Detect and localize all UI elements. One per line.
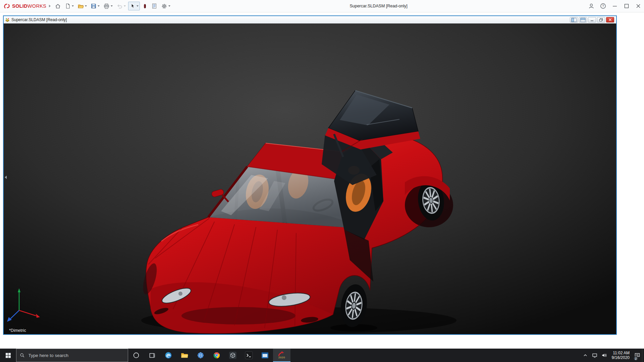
print-icon: [103, 3, 110, 9]
settings-button[interactable]: [160, 2, 172, 10]
minimize-button[interactable]: [609, 0, 621, 12]
report-button[interactable]: [150, 2, 159, 10]
window-title: Supercar.SLDASM [Read-only]: [172, 4, 585, 8]
document-window-controls: [570, 17, 615, 22]
save-button[interactable]: [89, 2, 101, 10]
solidworks-year-badge: 2020: [278, 356, 285, 359]
cursor-arrow-icon: [129, 3, 136, 9]
close-icon: [635, 3, 642, 9]
undo-icon: [116, 3, 123, 9]
start-button[interactable]: [0, 349, 16, 362]
edge-browser-icon: [164, 351, 172, 359]
new-document-button[interactable]: [63, 2, 75, 10]
cube-3d-icon: [229, 351, 237, 359]
show-desktop-button[interactable]: [642, 349, 644, 362]
windows-logo-icon: [5, 352, 11, 359]
minimize-icon: [611, 3, 618, 9]
document-window: Supercar.SLDASM [Read-only]: [3, 15, 617, 335]
taskbar-clock[interactable]: 11:02 AM 9/16/2020: [609, 349, 633, 362]
solidworks-logo[interactable]: SOLIDWORKS: [3, 3, 46, 9]
chevron-up-icon: [583, 353, 588, 358]
solidworks-logo-mark: [3, 3, 11, 9]
workspace: Supercar.SLDASM [Read-only]: [0, 12, 644, 349]
network-icon: [592, 353, 597, 358]
action-center-button[interactable]: 2: [633, 349, 642, 362]
split-pane-horizontal-icon: [580, 18, 586, 22]
blue-window-icon: [261, 351, 269, 359]
search-input[interactable]: [28, 353, 124, 358]
help-button[interactable]: ?: [597, 0, 609, 12]
globe-icon: [197, 352, 204, 359]
main-titlebar[interactable]: SOLIDWORKS: [0, 0, 644, 12]
save-icon: [91, 3, 97, 9]
viewport-3d[interactable]: *Dimetric: [4, 23, 616, 334]
clock-time: 11:02 AM: [613, 351, 630, 355]
home-button[interactable]: [53, 2, 62, 10]
dropdown-caret-icon: [124, 5, 126, 7]
speaker-icon: [601, 353, 607, 358]
solidworks-logo-text: SOLIDWORKS: [12, 3, 46, 9]
maximize-button[interactable]: [621, 0, 632, 12]
open-button[interactable]: [76, 2, 88, 10]
blue-window-app-icon[interactable]: [257, 349, 273, 362]
document-titlebar[interactable]: Supercar.SLDASM [Read-only]: [4, 16, 616, 24]
chrome-app-icon[interactable]: [209, 349, 225, 362]
dropdown-caret-icon: [111, 5, 113, 7]
split-pane-horizontal-button[interactable]: [579, 17, 587, 22]
new-document-icon: [65, 3, 71, 9]
account-button[interactable]: [585, 0, 597, 12]
folder-icon: [180, 351, 189, 359]
home-icon: [55, 3, 61, 9]
undo-button[interactable]: [115, 2, 127, 10]
document-close-button[interactable]: [606, 17, 614, 22]
toolbar-expand-arrow[interactable]: [49, 5, 51, 7]
print-button[interactable]: [102, 2, 114, 10]
solidworks-taskbar-icon[interactable]: 2020: [273, 349, 290, 362]
svg-text:?: ?: [602, 4, 604, 8]
help-icon: ?: [600, 3, 606, 9]
maximize-icon: [623, 3, 630, 9]
volume-tray-button[interactable]: [599, 349, 609, 362]
notification-badge: 2: [634, 356, 638, 361]
network-tray-button[interactable]: [590, 349, 599, 362]
tray-chevron-button[interactable]: [581, 349, 590, 362]
car-3d-render: [4, 23, 616, 334]
dropdown-caret-icon: [168, 5, 170, 7]
taskbar: 2020 11:02 AM 9/16/2020 2: [0, 349, 644, 362]
close-button[interactable]: [632, 0, 644, 12]
titlebar-right-group: ?: [585, 0, 644, 12]
cube-app-icon[interactable]: [225, 349, 241, 362]
globe-app-icon[interactable]: [193, 349, 209, 362]
dropdown-caret-icon: [137, 5, 139, 7]
cortana-circle-icon: [133, 352, 140, 359]
assembly-document-icon: [5, 17, 10, 22]
document-title: Supercar.SLDASM [Read-only]: [11, 17, 570, 22]
split-pane-vertical-button[interactable]: [570, 17, 578, 22]
titlebar-left-group: SOLIDWORKS: [0, 0, 172, 12]
task-view-icon: [149, 352, 156, 359]
split-pane-vertical-icon: [571, 18, 577, 22]
view-orientation-label: *Dimetric: [9, 328, 26, 333]
gear-icon: [161, 3, 167, 9]
clock-date: 9/16/2020: [612, 355, 630, 360]
select-tool-button[interactable]: [128, 2, 140, 10]
document-restore-button[interactable]: [597, 17, 605, 22]
screen: SOLIDWORKS: [0, 0, 644, 362]
feature-panel-collapse-arrow[interactable]: [5, 176, 7, 179]
document-minimize-button[interactable]: [588, 17, 596, 22]
quick-access-toolbar: [53, 2, 172, 10]
taskbar-search[interactable]: [16, 349, 128, 362]
task-view-button[interactable]: [144, 349, 160, 362]
file-explorer-app-icon[interactable]: [176, 349, 193, 362]
search-icon: [20, 353, 25, 358]
capsule-tool-button[interactable]: [141, 2, 149, 10]
cortana-button[interactable]: [128, 349, 144, 362]
open-folder-icon: [77, 3, 84, 9]
chrome-browser-icon: [213, 352, 220, 359]
close-icon: [608, 18, 612, 21]
restore-icon: [599, 18, 603, 21]
terminal-app-icon[interactable]: [241, 349, 257, 362]
dropdown-caret-icon: [85, 5, 87, 7]
edge-app-icon[interactable]: [160, 349, 176, 362]
minimize-icon: [590, 18, 594, 21]
